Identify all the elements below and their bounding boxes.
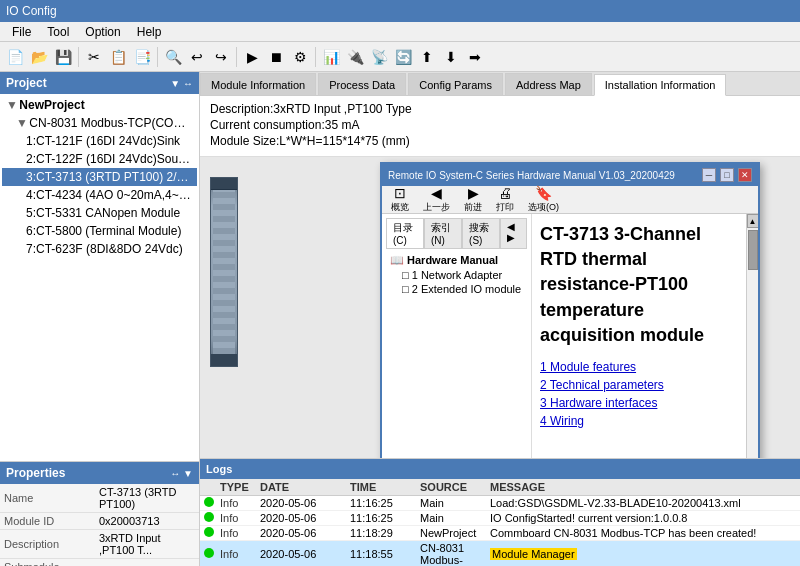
hw-link-1[interactable]: 1 Module features: [540, 360, 738, 374]
toolbar-paste[interactable]: 📑: [131, 46, 153, 68]
tab-config-params[interactable]: Config Params: [408, 73, 503, 95]
menu-option[interactable]: Option: [77, 23, 128, 41]
tree-item-ct122f[interactable]: 2:CT-122F (16DI 24Vdc)Source: [2, 150, 197, 168]
prop-value-name: CT-3713 (3RTD PT100): [95, 484, 199, 513]
toolbar-network[interactable]: 📡: [368, 46, 390, 68]
col-time: TIME: [350, 481, 420, 493]
logs-header-label: Logs: [206, 463, 232, 475]
menu-file[interactable]: File: [4, 23, 39, 41]
log-dot-2: [204, 512, 220, 524]
toolbar-chart[interactable]: 📊: [320, 46, 342, 68]
hw-link-3[interactable]: 3 Hardware interfaces: [540, 396, 738, 410]
tab-address-map[interactable]: Address Map: [505, 73, 592, 95]
toolbar-forward[interactable]: ➡: [464, 46, 486, 68]
toolbar-undo[interactable]: ↩: [186, 46, 208, 68]
prop-label-description: Description: [0, 530, 95, 559]
hw-nav-item-network[interactable]: □ 1 Network Adapter: [386, 268, 527, 282]
logs-body: Info 2020-05-06 11:16:25 Main Load:GSD\G…: [200, 496, 800, 566]
log-row-4[interactable]: Info 2020-05-06 11:18:55 CN-8031 Modbus-…: [200, 541, 800, 566]
hw-minimize-btn[interactable]: ─: [702, 168, 716, 182]
log-date-3: 2020-05-06: [260, 527, 350, 539]
hw-window-title-text: Remote IO System-C Series Hardware Manua…: [388, 170, 675, 181]
tree-item-cn8031[interactable]: ▼ CN-8031 Modbus-TCP(COM1): [2, 114, 197, 132]
toolbar-open[interactable]: 📂: [28, 46, 50, 68]
hw-toolbar: ⊡ 概览 ◀ 上一步 ▶ 前进 🖨 打印: [382, 186, 758, 214]
toolbar-refresh[interactable]: 🔄: [392, 46, 414, 68]
toolbar-redo[interactable]: ↪: [210, 46, 232, 68]
tab-installation-information[interactable]: Installation Information: [594, 74, 727, 96]
title-text: IO Config: [6, 4, 57, 18]
tree-item-ct3713[interactable]: 3:CT-3713 (3RTD PT100) 2/3 Wire: [2, 168, 197, 186]
hw-toolbar-options-label: 选项(O): [528, 201, 559, 214]
hw-content: 目录(C) 索引(N) 搜索(S) ◀ ▶: [382, 214, 758, 458]
log-time-1: 11:16:25: [350, 497, 420, 509]
toolbar-up[interactable]: ⬆: [416, 46, 438, 68]
col-dot: [204, 481, 220, 493]
toolbar-copy[interactable]: 📋: [107, 46, 129, 68]
prop-value-description: 3xRTD Input ,PT100 T...: [95, 530, 199, 559]
log-row-2[interactable]: Info 2020-05-06 11:16:25 Main IO ConfigS…: [200, 511, 800, 526]
log-source-4: CN-8031 Modbus-: [420, 542, 490, 566]
toolbar-new[interactable]: 📄: [4, 46, 26, 68]
module-info-area: Description:3xRTD Input ,PT100 Type Curr…: [200, 96, 800, 157]
hw-scrollbar[interactable]: ▲ ▼: [746, 214, 758, 458]
tree-item-ct5800[interactable]: 6:CT-5800 (Terminal Module): [2, 222, 197, 240]
hw-nav-item-hardware-manual[interactable]: 📖 Hardware Manual: [386, 253, 527, 268]
tree-item-ct623f[interactable]: 7:CT-623F (8DI&8DO 24Vdc): [2, 240, 197, 258]
tab-process-data[interactable]: Process Data: [318, 73, 406, 95]
hw-maximize-btn[interactable]: □: [720, 168, 734, 182]
log-source-2: Main: [420, 512, 490, 524]
prop-label-name: Name: [0, 484, 95, 513]
menu-tool[interactable]: Tool: [39, 23, 77, 41]
toolbar-down[interactable]: ⬇: [440, 46, 462, 68]
log-dot-3: [204, 527, 220, 539]
log-message-4: Module Manager: [490, 548, 796, 560]
hw-link-4[interactable]: 4 Wiring: [540, 414, 738, 428]
toolbar-settings[interactable]: ⚙: [289, 46, 311, 68]
separator-3: [236, 47, 237, 67]
tree-item-newproject[interactable]: ▼ NewProject: [2, 96, 197, 114]
hw-scroll-up-btn[interactable]: ▲: [747, 214, 759, 228]
tree-item-ct121f[interactable]: 1:CT-121F (16DI 24Vdc)Sink: [2, 132, 197, 150]
log-date-2: 2020-05-06: [260, 512, 350, 524]
hw-nav-item-extended[interactable]: □ 2 Extended IO module: [386, 282, 527, 296]
hw-toolbar-print[interactable]: 🖨 打印: [491, 183, 519, 216]
toolbar-cut[interactable]: ✂: [83, 46, 105, 68]
hw-nav-tab-search[interactable]: 搜索(S): [462, 218, 500, 248]
log-row-1[interactable]: Info 2020-05-06 11:16:25 Main Load:GSD\G…: [200, 496, 800, 511]
prop-value-submodule: 0: [95, 559, 199, 567]
hw-scroll-thumb[interactable]: [748, 230, 758, 270]
hw-nav-tab-index[interactable]: 索引(N): [424, 218, 462, 248]
log-row-3[interactable]: Info 2020-05-06 11:18:29 NewProject Comm…: [200, 526, 800, 541]
toolbar-connect[interactable]: 🔌: [344, 46, 366, 68]
separator-1: [78, 47, 79, 67]
hw-nav-tab-nav[interactable]: ◀ ▶: [500, 218, 527, 248]
tab-module-information[interactable]: Module Information: [200, 73, 316, 95]
hw-link-2[interactable]: 2 Technical parameters: [540, 378, 738, 392]
tree-item-ct4234[interactable]: 4:CT-4234 (4AO 0~20mA,4~20mA): [2, 186, 197, 204]
module-description: Description:3xRTD Input ,PT100 Type: [210, 102, 790, 116]
hw-toolbar-overview[interactable]: ⊡ 概览: [386, 183, 414, 216]
log-time-2: 11:16:25: [350, 512, 420, 524]
tree-item-ct5331[interactable]: 5:CT-5331 CANopen Module: [2, 204, 197, 222]
log-level-3: Info: [220, 527, 260, 539]
toolbar-search[interactable]: 🔍: [162, 46, 184, 68]
toolbar-run[interactable]: ▶: [241, 46, 263, 68]
hw-toolbar-back[interactable]: ◀ 上一步: [418, 183, 455, 216]
hw-close-btn[interactable]: ✕: [738, 168, 752, 182]
menu-help[interactable]: Help: [129, 23, 170, 41]
hw-nav-tab-toc[interactable]: 目录(C): [386, 218, 424, 248]
left-panel: Project ▼ ↔ ▼ NewProject ▼ CN-8031 Modbu…: [0, 72, 200, 566]
log-message-2: IO ConfigStarted! current version:1.0.0.…: [490, 512, 796, 524]
toolbar-stop[interactable]: ⏹: [265, 46, 287, 68]
module-current: Current consumption:35 mA: [210, 118, 790, 132]
properties-pin[interactable]: ↔ ▼: [170, 468, 193, 479]
log-level-2: Info: [220, 512, 260, 524]
hw-toolbar-forward[interactable]: ▶ 前进: [459, 183, 487, 216]
toolbar-save[interactable]: 💾: [52, 46, 74, 68]
log-date-4: 2020-05-06: [260, 548, 350, 560]
hw-toolbar-options[interactable]: 🔖 选项(O): [523, 183, 564, 216]
tree-item-label: 2:CT-122F (16DI 24Vdc)Source: [26, 152, 195, 166]
project-pin-icon[interactable]: ▼ ↔: [170, 78, 193, 89]
logs-header: Logs: [200, 459, 800, 479]
